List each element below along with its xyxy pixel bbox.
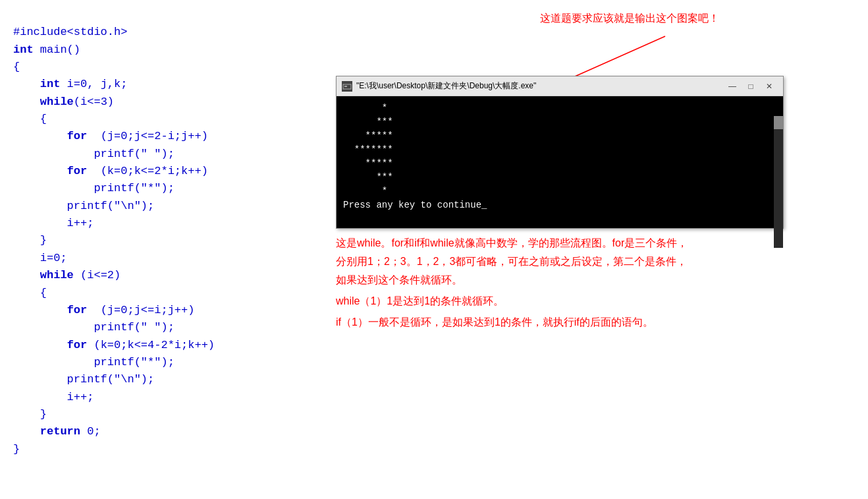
code-line-1: #include<stdio.h> xyxy=(13,26,127,38)
code-line-4: int i=0, j,k; xyxy=(13,78,127,90)
description-line-2: 分别用1；2；3。1，2，3都可省略，可在之前或之后设定，第二个是条件， xyxy=(336,252,856,271)
console-window: "E:\我\user\Desktop\新建文件夹\Debug\大幅度.exe" … xyxy=(336,76,784,229)
maximize-button[interactable]: □ xyxy=(742,79,759,94)
code-line-7: for (j=0;j<=2-i;j++) xyxy=(13,130,208,142)
code-line-11: printf("\n"); xyxy=(13,200,154,212)
description-text: 这是while。for和if和while就像高中数学，学的那些流程图。for是三… xyxy=(336,234,856,332)
console-title-text: "E:\我\user\Desktop\新建文件夹\Debug\大幅度.exe" xyxy=(356,80,722,92)
code-line-21: printf("\n"); xyxy=(13,373,154,386)
console-output: * *** ***** ******* ***** *** * Press an… xyxy=(337,96,783,228)
code-line-20: printf("*"); xyxy=(13,356,175,368)
code-line-2: int main() xyxy=(13,44,80,56)
code-line-15: while (i<=2) xyxy=(13,269,121,281)
code-line-19: for (k=0;k<=4-2*i;k++) xyxy=(13,339,215,351)
code-line-13: } xyxy=(13,234,47,247)
console-scrollbar[interactable] xyxy=(774,116,783,248)
code-line-3: { xyxy=(13,61,20,73)
code-line-23: } xyxy=(13,408,47,421)
code-content: #include<stdio.h> int main() { int i=0, … xyxy=(13,7,316,458)
console-output-line: ***** xyxy=(343,157,776,171)
code-line-25: } xyxy=(13,443,20,455)
code-line-24: return 0; xyxy=(13,425,101,438)
code-line-22: i++; xyxy=(13,391,94,403)
console-output-line: * xyxy=(343,185,776,198)
description-line-3: 如果达到这个条件就循环。 xyxy=(336,271,856,289)
code-line-16: { xyxy=(13,287,47,299)
console-output-line: *** xyxy=(343,171,776,185)
code-line-10: printf("*"); xyxy=(13,182,175,194)
close-button[interactable]: ✕ xyxy=(761,79,778,94)
console-output-press-key: Press any key to continue_ xyxy=(343,198,776,212)
console-app-icon xyxy=(342,81,352,92)
console-output-line: ***** xyxy=(343,129,776,143)
description-line-1: 这是while。for和if和while就像高中数学，学的那些流程图。for是三… xyxy=(336,234,856,252)
console-output-line: *** xyxy=(343,115,776,129)
minimize-button[interactable]: — xyxy=(724,79,741,94)
code-line-17: for (j=0;j<=i;j++) xyxy=(13,304,194,316)
code-line-9: for (k=0;k<=2*i;k++) xyxy=(13,165,208,177)
annotation-text: 这道题要求应该就是输出这个图案吧！ xyxy=(540,12,803,26)
description-line-4: while（1）1是达到1的条件就循环。 xyxy=(336,292,856,310)
scrollbar-thumb[interactable] xyxy=(774,116,783,129)
code-line-5: while(i<=3) xyxy=(13,96,114,108)
code-line-12: i++; xyxy=(13,217,94,229)
console-output-line: ******* xyxy=(343,143,776,157)
console-titlebar: "E:\我\user\Desktop\新建文件夹\Debug\大幅度.exe" … xyxy=(337,76,783,96)
code-panel: #include<stdio.h> int main() { int i=0, … xyxy=(0,0,329,499)
console-output-line: * xyxy=(343,102,776,115)
code-line-6: { xyxy=(13,113,47,125)
description-line-5: if（1）一般不是循环，是如果达到1的条件，就执行if的后面的语句。 xyxy=(336,313,856,332)
code-line-8: printf(" "); xyxy=(13,148,175,160)
code-line-14: i=0; xyxy=(13,252,67,264)
code-line-18: printf(" "); xyxy=(13,321,175,334)
